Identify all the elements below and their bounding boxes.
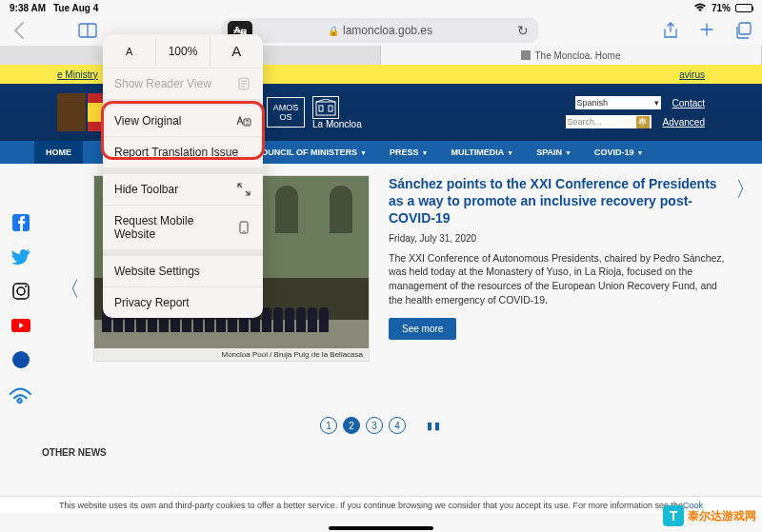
reader-icon [236,77,251,90]
chevron-down-icon: ▼ [637,149,644,156]
banner-text-right: avirus [679,69,705,80]
cookie-text: This website uses its own and third-part… [59,501,683,510]
see-more-button[interactable]: See more [389,318,456,340]
aa-menu-popover: A 100% A Show Reader View View Original … [103,34,263,318]
pager-pause-icon[interactable]: ▮▮ [427,420,442,432]
pager-2[interactable]: 2 [343,417,360,434]
moncloa-logo-icon [312,96,339,119]
website-settings-item[interactable]: Website Settings [103,256,263,287]
tabs-icon[interactable] [735,22,752,39]
search-go-icon[interactable]: 專 [636,116,650,128]
home-indicator[interactable] [329,526,433,530]
reload-icon[interactable]: ↻ [517,23,529,38]
hide-toolbar-item[interactable]: Hide Toolbar [103,174,263,206]
nav-multimedia[interactable]: MULTIMEDIA▼ [439,141,525,164]
nav-council[interactable]: COUNCIL OF MINISTERS▼ [244,141,378,164]
pager-1[interactable]: 1 [320,417,337,434]
twitter-icon[interactable] [11,247,30,266]
svg-rect-6 [319,106,323,111]
nav-spain[interactable]: SPAIN▼ [525,141,583,164]
watermark-text: 泰尔达游戏网 [688,508,756,524]
request-mobile-item[interactable]: Request Mobile Website [103,206,263,250]
url-bar[interactable]: ⁂ 🔒 lamoncloa.gob.es ↻ [222,18,537,43]
blue-dot-icon[interactable] [11,350,30,369]
pager-3[interactable]: 3 [366,417,383,434]
chevron-down-icon: ▾ [654,98,659,108]
nav-home[interactable]: HOME [34,141,83,164]
url-host: lamoncloa.gob.es [343,24,432,37]
svg-rect-7 [329,106,332,111]
gov-badge: AMOS OS [267,97,305,128]
youtube-icon[interactable] [11,316,30,335]
article-date: Friday, July 31, 2020 [389,233,728,244]
view-original-item[interactable]: View Original [103,106,263,137]
article-title[interactable]: Sánchez points to the XXI Conference of … [389,175,728,227]
zoom-decrease-button[interactable]: A [103,37,156,66]
svg-rect-4 [739,23,751,34]
wifi-icon [693,3,707,12]
svg-point-10 [17,287,25,295]
new-tab-icon[interactable] [699,22,716,39]
zoom-increase-button[interactable]: A [211,34,263,68]
tab-label: The Moncloa. Home [534,50,620,61]
nav-covid19[interactable]: COVID-19▼ [583,141,654,164]
svg-point-18 [243,230,245,232]
carousel-pager: 1 2 3 4 ▮▮ [0,404,762,440]
lock-icon: 🔒 [328,26,339,36]
instagram-icon[interactable] [11,282,30,301]
language-select[interactable]: Spanish▾ [575,96,661,109]
search-input[interactable]: Search... 專 [566,115,652,128]
svg-point-11 [25,286,27,287]
contact-link[interactable]: Contact [672,98,705,108]
battery-pct: 71% [712,3,731,13]
forward-button [44,21,63,40]
mobile-icon [236,221,251,234]
site-logo-text: La Moncloa [312,119,362,129]
translate-icon [236,114,251,128]
privacy-report-item[interactable]: Privacy Report [103,287,263,318]
cookie-banner: This website uses its own and third-part… [0,496,762,513]
expand-icon [236,183,251,196]
nav-press[interactable]: PRESS▼ [378,141,439,164]
tab-favicon [521,50,531,60]
advanced-search-link[interactable]: Advanced [663,117,705,128]
show-reader-view-item: Show Reader View [103,69,263,100]
social-rail [0,175,42,404]
bookmarks-icon[interactable] [78,21,97,40]
facebook-icon[interactable] [11,213,30,232]
status-day: Tue Aug 4 [53,3,98,13]
other-news-heading: OTHER NEWS [0,440,762,458]
chevron-down-icon: ▼ [360,149,367,156]
hero-caption: Moncloa Pool / Bruja Puig de la Bellacas… [94,348,369,361]
chevron-down-icon: ▼ [507,149,513,156]
carousel-next[interactable]: 〉 [735,175,752,204]
status-time: 9:38 AM [10,3,46,13]
back-button[interactable] [10,21,29,40]
zoom-level-label[interactable]: 100% [156,36,210,67]
pager-4[interactable]: 4 [389,417,406,434]
svg-rect-16 [244,119,251,126]
carousel-prev[interactable]: 〈 [59,175,76,404]
tab-moncloa-home[interactable]: The Moncloa. Home [381,46,762,65]
chevron-down-icon: ▼ [565,149,572,156]
report-translation-item[interactable]: Report Translation Issue [103,137,263,168]
watermark: T 泰尔达游戏网 [663,505,756,526]
banner-text-left: e Ministry [57,69,98,80]
chevron-down-icon: ▼ [422,149,429,156]
watermark-badge-icon: T [663,505,684,526]
rss-icon[interactable] [8,381,34,407]
share-icon[interactable] [663,22,680,39]
article-body: The XXI Conference of Autonomous Preside… [389,251,728,307]
battery-icon [735,4,752,12]
